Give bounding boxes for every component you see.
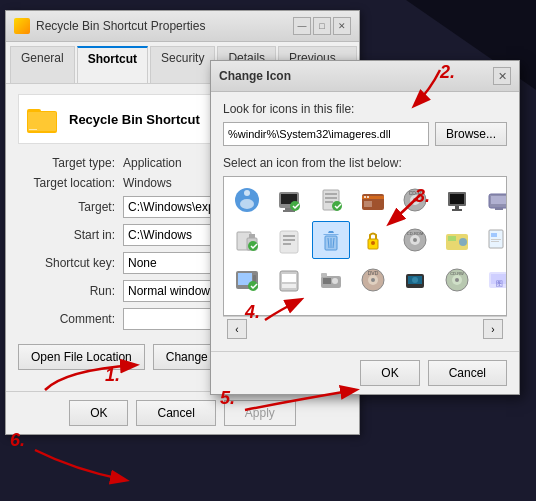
svg-point-5	[244, 190, 250, 196]
svg-text:CD-RW: CD-RW	[450, 271, 464, 276]
svg-text:DVD: DVD	[368, 270, 379, 276]
icon-cell-recycle[interactable]	[312, 221, 350, 259]
svg-point-35	[248, 241, 258, 251]
cancel-button[interactable]: Cancel	[136, 400, 215, 426]
label-target-location: Target location:	[18, 176, 123, 190]
svg-point-63	[332, 278, 338, 284]
file-path-input[interactable]	[223, 122, 429, 146]
icon-cell-cdrw[interactable]: CD-RW	[438, 261, 476, 299]
dialog-title: Change Icon	[219, 69, 291, 83]
icon-cell-9[interactable]	[438, 221, 476, 259]
icon-cell-14[interactable]	[396, 261, 434, 299]
svg-text:CD-R: CD-R	[409, 190, 422, 196]
svg-rect-14	[325, 197, 337, 199]
icon-grid-container: CD-R	[223, 176, 507, 316]
icon-nav-next[interactable]: ›	[483, 319, 503, 339]
icon-cell-7[interactable]	[228, 221, 266, 259]
svg-rect-60	[282, 284, 296, 288]
folder-shortcut-icon	[27, 103, 59, 135]
svg-point-74	[455, 278, 459, 282]
icon-cell-cdrom[interactable]: CD-ROM	[396, 221, 434, 259]
icon-grid: CD-R	[224, 177, 506, 303]
svg-point-6	[240, 199, 254, 209]
dialog-cancel-button[interactable]: Cancel	[428, 360, 507, 386]
svg-point-20	[367, 196, 369, 198]
label-comment: Comment:	[18, 312, 123, 326]
icon-cell-lock[interactable]	[354, 221, 392, 259]
icon-cell-1[interactable]	[270, 181, 308, 219]
tab-security[interactable]: Security	[150, 46, 215, 83]
svg-rect-51	[491, 233, 497, 237]
label-target: Target:	[18, 200, 123, 214]
icon-cell-13[interactable]	[312, 261, 350, 299]
dialog-title-bar: Change Icon ✕	[211, 61, 519, 92]
svg-rect-64	[321, 273, 327, 277]
svg-rect-2	[28, 112, 56, 131]
svg-rect-13	[325, 193, 337, 195]
label-shortcut-key: Shortcut key:	[18, 256, 123, 270]
open-file-location-button[interactable]: Open File Location	[18, 344, 145, 370]
change-icon-dialog: Change Icon ✕ Look for icons in this fil…	[210, 60, 520, 395]
svg-text:图: 图	[496, 280, 503, 287]
properties-icon	[14, 18, 30, 34]
dialog-ok-button[interactable]: OK	[360, 360, 419, 386]
value-target-location: Windows	[123, 176, 172, 190]
dialog-close-button[interactable]: ✕	[493, 67, 511, 85]
ok-button[interactable]: OK	[69, 400, 128, 426]
file-label: Look for icons in this file:	[223, 102, 507, 116]
svg-rect-37	[283, 235, 295, 237]
icon-cell-10[interactable]	[480, 221, 507, 259]
file-path-row: Browse...	[223, 122, 507, 146]
svg-rect-31	[491, 196, 507, 204]
icon-cell-6[interactable]	[480, 181, 507, 219]
svg-point-42	[371, 241, 375, 245]
icon-cell-4[interactable]: CD-R	[396, 181, 434, 219]
svg-point-45	[413, 238, 417, 242]
svg-rect-53	[491, 241, 499, 242]
icon-nav-prev[interactable]: ‹	[227, 319, 247, 339]
svg-rect-62	[323, 278, 331, 284]
icon-cell-15[interactable]: 图	[480, 261, 507, 299]
svg-rect-15	[325, 201, 333, 203]
icon-cell-5[interactable]	[438, 181, 476, 219]
icon-cell-11[interactable]	[228, 261, 266, 299]
svg-rect-52	[491, 239, 501, 240]
close-button[interactable]: ✕	[333, 17, 351, 35]
window-footer: OK Cancel Apply	[6, 391, 359, 434]
icon-cell-12[interactable]	[270, 261, 308, 299]
svg-rect-32	[495, 208, 503, 210]
svg-rect-39	[283, 243, 291, 245]
icon-list-label: Select an icon from the list below:	[223, 156, 507, 170]
icon-cell-8[interactable]	[270, 221, 308, 259]
label-start-in: Start in:	[18, 228, 123, 242]
svg-point-16	[332, 201, 342, 211]
svg-rect-3	[29, 129, 37, 130]
maximize-button[interactable]: □	[313, 17, 331, 35]
svg-point-24	[413, 198, 417, 202]
svg-point-71	[412, 277, 418, 283]
label-run: Run:	[18, 284, 123, 298]
minimize-button[interactable]: —	[293, 17, 311, 35]
icon-cell-0[interactable]	[228, 181, 266, 219]
svg-rect-36	[280, 231, 298, 253]
prop-header-title: Recycle Bin Shortcut	[69, 112, 200, 127]
browse-button[interactable]: Browse...	[435, 122, 507, 146]
svg-rect-59	[282, 274, 296, 282]
tab-general[interactable]: General	[10, 46, 75, 83]
tab-shortcut[interactable]: Shortcut	[77, 46, 148, 83]
title-bar-text: Recycle Bin Shortcut Properties	[36, 19, 205, 33]
label-target-type: Target type:	[18, 156, 123, 170]
svg-rect-48	[448, 236, 456, 241]
svg-rect-27	[450, 194, 464, 204]
svg-rect-29	[452, 209, 462, 211]
icon-cell-2[interactable]	[312, 181, 350, 219]
svg-text:CD-ROM: CD-ROM	[407, 231, 423, 236]
icon-cell-dvd[interactable]: DVD	[354, 261, 392, 299]
apply-button[interactable]: Apply	[224, 400, 296, 426]
svg-point-11	[290, 201, 300, 211]
title-bar: Recycle Bin Shortcut Properties — □ ✕	[6, 11, 359, 42]
svg-point-19	[364, 196, 366, 198]
icon-nav: ‹ ›	[223, 316, 507, 341]
dialog-content: Look for icons in this file: Browse... S…	[211, 92, 519, 351]
icon-cell-3[interactable]	[354, 181, 392, 219]
